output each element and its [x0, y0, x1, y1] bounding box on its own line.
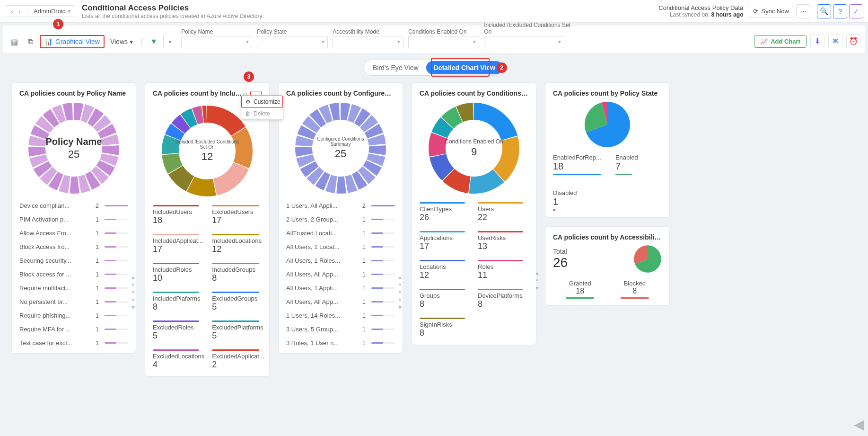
legend-value: 8: [153, 302, 204, 312]
legend-item[interactable]: IncludedPlaforms 8: [153, 292, 204, 312]
legend-row[interactable]: 3 Users, 5 Group... 1: [286, 326, 395, 333]
legend-item[interactable]: ClientTypes 26: [420, 202, 470, 222]
ctx-delete[interactable]: 🗑Delete: [241, 108, 283, 119]
funnel-icon[interactable]: ▼: [147, 35, 160, 48]
legend-name: 1 Users, All Appli...: [286, 202, 352, 209]
scroll-indicator[interactable]: ▴•••▾: [132, 275, 135, 310]
legend-row[interactable]: Require MFA for ... 1: [19, 326, 128, 333]
legend-item[interactable]: IncludedGroups 8: [212, 263, 264, 283]
views-dropdown[interactable]: Views ▾: [107, 38, 136, 45]
legend-value: 5: [212, 331, 264, 341]
legend-item[interactable]: Locations 12: [420, 260, 470, 280]
more-dots-button[interactable]: ⋯: [796, 4, 810, 18]
birds-eye-tab[interactable]: Bird's Eye View: [365, 61, 426, 74]
kpi-item[interactable]: Enabled 7: [615, 154, 658, 175]
check-icon[interactable]: ✓: [849, 4, 863, 18]
legend-item[interactable]: ExcludedGroups 5: [212, 292, 264, 312]
legend-row[interactable]: All Users, 1 Roles... 1: [286, 257, 395, 264]
acc-kpi[interactable]: Blocked 8: [612, 280, 658, 299]
legend-row[interactable]: All Users, All App... 1: [286, 298, 395, 305]
legend-row[interactable]: Test case for excl... 1: [19, 339, 128, 347]
scroll-indicator[interactable]: ▴•▾: [535, 270, 539, 290]
legend-row[interactable]: 1 Users, 14 Roles... 1: [286, 312, 395, 319]
chevron-down-icon[interactable]: ▾: [68, 8, 71, 15]
graphical-view-button[interactable]: 📊 Graphical View: [40, 35, 105, 48]
legend-row[interactable]: Require multifact... 1: [19, 285, 128, 292]
legend-row[interactable]: 1 Users, All Appli... 2: [286, 202, 395, 209]
legend-value: 1: [352, 285, 366, 292]
legend-item[interactable]: ExcludedPlatforms 5: [212, 320, 264, 341]
filter-accessibility-select[interactable]: [333, 36, 403, 48]
legend-item[interactable]: Groups 8: [420, 289, 470, 309]
legend-value: 1: [86, 216, 99, 223]
kpi-item[interactable]: EnabledForRep... 18: [553, 154, 601, 175]
funnel-add-icon[interactable]: ▾: [163, 35, 176, 48]
legend-item[interactable]: IncludedUsers 18: [153, 205, 204, 225]
legend-row[interactable]: 2 Users, 2 Group... 1: [286, 216, 395, 223]
clock-icon[interactable]: ⏰: [846, 34, 860, 48]
nav-fwd-icon[interactable]: ›: [17, 8, 22, 15]
views-label: Views: [110, 38, 128, 45]
legend-item[interactable]: Users 22: [478, 202, 528, 222]
legend-row[interactable]: No persistent br... 1: [19, 298, 128, 305]
legend-item[interactable]: ExcludedUsers 17: [212, 205, 264, 225]
legend-row[interactable]: Allow Access Fro... 1: [19, 230, 128, 237]
legend-item[interactable]: IncludedRoles 10: [153, 263, 204, 283]
filter-policy-state-select[interactable]: [257, 36, 328, 48]
legend-row[interactable]: 3 Roles, 1 User ri... 1: [286, 339, 395, 347]
legend-name: Block access for ...: [19, 271, 86, 278]
total-value: 26: [553, 255, 568, 270]
donut-center-value: 12: [174, 151, 240, 163]
legend-row[interactable]: Block Access fro... 1: [19, 243, 128, 250]
back-arrow-icon[interactable]: ◀: [854, 417, 864, 432]
legend-row[interactable]: Securing security... 1: [19, 257, 128, 264]
legend-item[interactable]: IncludedApplicat... 17: [153, 234, 204, 254]
acc-kpi[interactable]: Granted 18: [557, 280, 603, 299]
legend-item[interactable]: SignInRisks 8: [420, 318, 470, 338]
legend-item[interactable]: ExcludedLocations 4: [153, 349, 204, 370]
legend-item[interactable]: IncludedLocations 12: [212, 234, 264, 254]
legend-value: 1: [86, 326, 99, 333]
search-icon[interactable]: 🔍: [817, 4, 831, 18]
legend-row[interactable]: All Users, 1 Locat... 1: [286, 243, 395, 250]
layout-icon[interactable]: ▦: [8, 35, 21, 48]
legend-name: IncludedRoles: [153, 266, 204, 273]
legend-value: 5: [153, 331, 204, 341]
filter-policy-name: Policy Name: [181, 28, 252, 48]
donut-center-label: Configured Conditions Summary: [307, 136, 374, 147]
legend-row[interactable]: All Users, 1 Appli... 1: [286, 285, 395, 292]
mail-icon[interactable]: ✉: [828, 34, 842, 48]
filter-policy-name-select[interactable]: [181, 36, 252, 48]
filter-conditions-select[interactable]: [408, 36, 479, 48]
filter-incl-excl-select[interactable]: [484, 36, 564, 48]
breadcrumb-brand[interactable]: AdminDroid: [34, 8, 66, 15]
nav-back-icon[interactable]: ‹: [9, 8, 15, 15]
download-icon[interactable]: ⬇: [810, 34, 824, 48]
kpi-item[interactable]: Disabled 1: [553, 189, 596, 211]
legend-item[interactable]: Applications 17: [420, 231, 470, 251]
filter-label: Accessibility Mode: [333, 28, 403, 35]
filter-conditions-enabled: Conditions Enabled On: [408, 28, 479, 48]
copy-icon[interactable]: ⧉: [24, 35, 37, 48]
legend-row[interactable]: PIM Activation p... 1: [19, 216, 128, 223]
legend-item[interactable]: DevicePlatforms 8: [478, 289, 528, 309]
legend-row[interactable]: AllTrusted Locati... 1: [286, 230, 395, 237]
legend-name: Applications: [420, 234, 470, 241]
add-chart-button[interactable]: 📈 Add Chart: [754, 35, 807, 48]
legend-row[interactable]: Device complian... 2: [19, 202, 128, 209]
sync-now-button[interactable]: ⟳ Sync Now: [748, 5, 794, 18]
legend-row[interactable]: All Users, All App... 1: [286, 271, 395, 278]
ctx-customize[interactable]: ⚙Customize: [241, 96, 283, 108]
legend-row[interactable]: Block access for ... 1: [19, 271, 128, 278]
card-accessibility: CA policies count by Accessibility... To…: [545, 226, 670, 306]
legend-item[interactable]: Roles 11: [478, 260, 528, 280]
legend-row[interactable]: Require phishing... 1: [19, 312, 128, 319]
legend-item[interactable]: ExcludedRoles 5: [153, 320, 204, 341]
pie-accessibility: [633, 245, 662, 273]
legend-item[interactable]: ExcludedApplicat... 2: [212, 349, 264, 370]
breadcrumb-nav[interactable]: ‹ › | AdminDroid ▾: [5, 5, 75, 17]
legend-name: IncludedPlaforms: [153, 295, 204, 302]
legend-item[interactable]: UserRisks 13: [478, 231, 528, 251]
help-icon[interactable]: ?: [833, 4, 847, 18]
scroll-indicator[interactable]: ▴•••▾: [398, 275, 402, 310]
